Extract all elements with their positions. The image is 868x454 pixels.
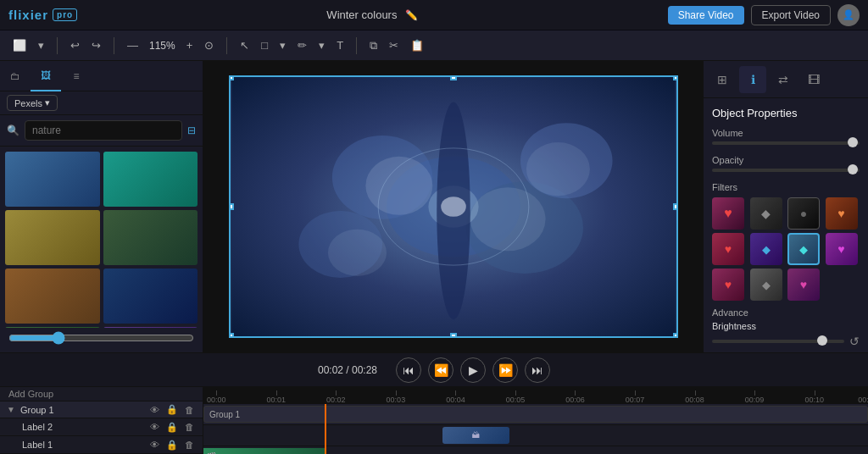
toolbar-sep-1: [57, 37, 58, 54]
right-tab-layout[interactable]: ⊞: [709, 66, 736, 93]
handle-tm[interactable]: [450, 75, 457, 80]
filter-2[interactable]: ◆: [750, 197, 782, 230]
handle-tl[interactable]: [229, 75, 234, 80]
filter-10[interactable]: ◆: [750, 269, 782, 301]
frame-dropdown[interactable]: ▾: [34, 36, 48, 54]
toolbar-group-zoom: — 115% + ⊙: [123, 36, 218, 54]
copy-button[interactable]: ⧉: [365, 36, 381, 55]
label2-name: Label 2: [22, 422, 143, 432]
source-pexels-button[interactable]: Pexels ▾: [7, 95, 58, 111]
filter-6[interactable]: ◆: [750, 233, 782, 265]
shape-dropdown[interactable]: ▾: [275, 36, 290, 54]
cut-button[interactable]: ✂: [385, 36, 403, 54]
ruler-mark-1: 00:01: [267, 390, 287, 404]
sidebar-tab-folder[interactable]: 🗀: [0, 61, 31, 91]
right-tab-media[interactable]: 🎞: [800, 66, 827, 93]
group1-lock-button[interactable]: 🔒: [164, 404, 180, 415]
volume-slider-track[interactable]: [712, 141, 860, 145]
export-button[interactable]: Export Video: [751, 5, 832, 25]
media-thumb-8[interactable]: [103, 327, 198, 328]
sidebar-tab-layers[interactable]: ≡: [61, 61, 92, 91]
brightness-slider-track[interactable]: [712, 340, 844, 343]
handle-tr[interactable]: [673, 75, 678, 80]
handle-mr[interactable]: [673, 203, 678, 210]
redo-button[interactable]: ↪: [87, 36, 105, 54]
volume-slider-thumb[interactable]: [848, 137, 858, 147]
right-tab-properties[interactable]: ℹ: [739, 66, 766, 93]
select-tool[interactable]: ↖: [236, 36, 253, 54]
opacity-slider-track[interactable]: [712, 169, 860, 172]
media-thumb-1[interactable]: [5, 152, 100, 207]
filter-icon[interactable]: ⊟: [187, 125, 196, 136]
zoom-fit-button[interactable]: ⊙: [200, 36, 218, 54]
sidebar-slider[interactable]: [8, 331, 194, 345]
group1-collapse-icon[interactable]: ▼: [7, 405, 15, 414]
media-thumb-7[interactable]: [5, 327, 100, 328]
opacity-slider-thumb[interactable]: [848, 164, 858, 174]
label1-visibility-button[interactable]: 👁: [148, 440, 161, 451]
handle-br[interactable]: [673, 333, 678, 338]
track-label-header: Add Group: [0, 387, 203, 401]
label1-delete-button[interactable]: 🗑: [183, 440, 196, 451]
undo-button[interactable]: ↩: [66, 36, 84, 54]
brightness-slider-thumb[interactable]: [817, 335, 827, 346]
sidebar-tab-image[interactable]: 🖼: [31, 61, 61, 91]
filter-4[interactable]: ♥: [826, 197, 858, 230]
label1-clip[interactable]: 🎬: [203, 448, 325, 454]
draw-dropdown[interactable]: ▾: [314, 36, 329, 54]
filter-5[interactable]: ♥: [712, 233, 744, 265]
frame-button[interactable]: ⬜: [8, 36, 31, 54]
label1-controls: 👁 🔒 🗑: [148, 440, 196, 451]
source-label: Pexels: [14, 98, 42, 108]
shape-tool[interactable]: □: [257, 36, 272, 54]
edit-title-icon[interactable]: ✏️: [405, 9, 418, 21]
rewind-button[interactable]: ⏪: [428, 357, 453, 383]
filter-1[interactable]: ♥: [712, 197, 744, 230]
right-panel-content: Object Properties Volume Opacity: [704, 98, 868, 352]
handle-bl[interactable]: [229, 333, 234, 338]
handle-bm[interactable]: [450, 333, 457, 338]
label2-delete-button[interactable]: 🗑: [183, 422, 196, 433]
media-thumb-6[interactable]: [103, 269, 198, 324]
draw-tool[interactable]: ✏: [293, 36, 311, 54]
playhead[interactable]: [325, 404, 326, 454]
play-button[interactable]: ▶: [460, 357, 486, 383]
label2-clip[interactable]: 🏔: [442, 427, 509, 444]
brightness-reset-icon[interactable]: ↺: [849, 335, 860, 348]
add-group-button[interactable]: Add Group: [8, 389, 53, 399]
avatar[interactable]: 👤: [837, 4, 860, 26]
opacity-label: Opacity: [712, 155, 860, 165]
media-thumb-3[interactable]: [5, 210, 100, 265]
search-input[interactable]: [25, 120, 182, 141]
ruler-mark-9: 00:09: [745, 390, 765, 404]
paste-button[interactable]: 📋: [406, 36, 428, 54]
zoom-out-button[interactable]: —: [123, 36, 142, 54]
group1-delete-button[interactable]: 🗑: [183, 404, 196, 415]
zoom-in-button[interactable]: +: [182, 36, 198, 54]
right-tab-transition[interactable]: ⇄: [770, 66, 797, 93]
media-thumb-2[interactable]: [103, 152, 198, 207]
filter-7-selected[interactable]: ◆: [787, 233, 820, 265]
group1-clip[interactable]: Group 1: [203, 406, 868, 423]
filter-11[interactable]: ♥: [787, 269, 820, 301]
media-thumb-4[interactable]: [103, 210, 198, 265]
volume-slider-row: [712, 141, 860, 145]
filter-8[interactable]: ♥: [826, 233, 858, 265]
group1-controls: 👁 🔒 🗑: [148, 404, 196, 415]
text-tool[interactable]: T: [332, 36, 348, 54]
media-thumb-5[interactable]: [5, 269, 100, 324]
handle-ml[interactable]: [229, 203, 234, 210]
time-display: 00:02 / 00:28: [318, 364, 377, 376]
svg-point-10: [470, 187, 545, 251]
label2-lock-button[interactable]: 🔒: [164, 422, 180, 433]
filter-3[interactable]: ●: [787, 197, 820, 230]
track-labels: Add Group ▼ Group 1 👁 🔒 🗑 Label 2 👁 🔒: [0, 387, 203, 454]
fast-forward-button[interactable]: ⏩: [492, 357, 518, 383]
filter-9[interactable]: ♥: [712, 269, 744, 301]
group1-visibility-button[interactable]: 👁: [148, 404, 161, 415]
label2-visibility-button[interactable]: 👁: [148, 422, 161, 433]
skip-to-start-button[interactable]: ⏮: [396, 357, 421, 383]
skip-to-end-button[interactable]: ⏭: [525, 357, 550, 383]
share-button[interactable]: Share Video: [668, 6, 744, 25]
label1-lock-button[interactable]: 🔒: [164, 440, 180, 451]
